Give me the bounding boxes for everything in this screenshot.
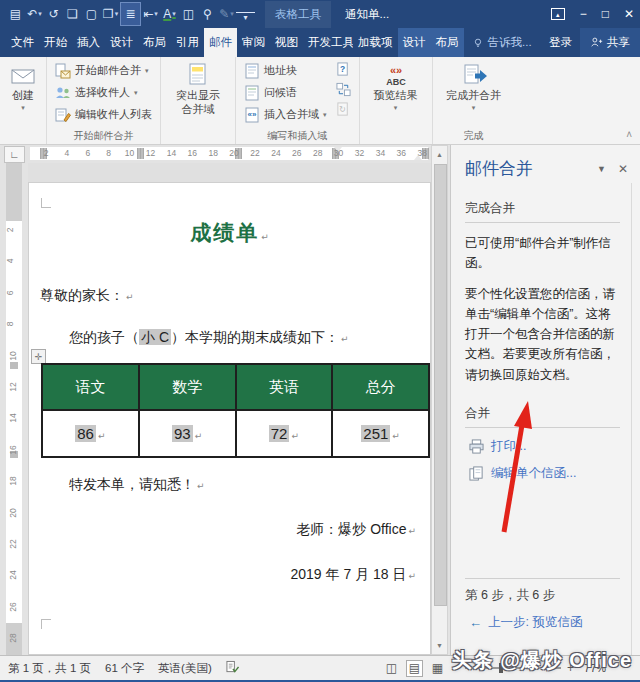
pane-close-icon[interactable]: ✕: [618, 162, 628, 176]
print-link[interactable]: 打印...: [469, 438, 620, 455]
table-move-handle[interactable]: ✛: [31, 349, 46, 364]
redo-icon[interactable]: ↺: [44, 3, 63, 25]
word-count[interactable]: 61 个字: [105, 661, 144, 676]
tab-review[interactable]: 审阅: [237, 28, 270, 57]
ribbon-display-options-icon[interactable]: ▴: [551, 8, 565, 20]
document-scrollbar[interactable]: ▲ ▼: [431, 145, 448, 655]
address-block-icon: [244, 63, 260, 79]
side-by-side-icon[interactable]: ◫: [179, 3, 198, 25]
context-tool-label: 表格工具: [265, 1, 331, 28]
pane-paragraph: 要个性化设置您的信函，请单击“编辑单个信函”。这将打开一个包含合并信函的新文档。…: [465, 284, 620, 385]
finish-merge-button[interactable]: 完成并合并 ▾: [439, 60, 509, 116]
tab-insert[interactable]: 插入: [72, 28, 105, 57]
insert-merge-field-button[interactable]: «» 插入合并域▾: [242, 104, 329, 125]
tab-file[interactable]: 文件: [6, 28, 39, 57]
tab-mailings[interactable]: 邮件: [204, 28, 237, 57]
greeting-line-button[interactable]: 问候语: [242, 82, 329, 103]
draft-view-icon[interactable]: ≣: [120, 2, 141, 26]
ruler-number: 4: [5, 259, 15, 264]
language-indicator[interactable]: 英语(美国): [158, 661, 212, 676]
table-row-marker[interactable]: [10, 362, 18, 369]
merge-field-name: 小 C: [139, 329, 171, 345]
qat-more-icon[interactable]: ▾: [236, 12, 255, 23]
select-recipients-button[interactable]: 选择收件人▾: [53, 82, 154, 103]
tab-developer[interactable]: 开发工具: [303, 28, 353, 57]
tab-layout[interactable]: 布局: [138, 28, 171, 57]
ribbon-group-write-insert: 地址块 问候语 «» 插入合并域▾: [236, 57, 360, 144]
edit-recipient-list-button[interactable]: 编辑收件人列表: [53, 104, 154, 125]
recipients-icon: [55, 85, 71, 101]
page-indicator[interactable]: 第 1 页，共 1 页: [8, 661, 91, 676]
save-icon[interactable]: ▤: [6, 3, 25, 25]
scroll-up-icon[interactable]: ▲: [432, 147, 447, 162]
ruler-number: 14: [8, 414, 18, 423]
tab-selector[interactable]: ∟: [4, 146, 25, 163]
left-arrow-icon: ←: [469, 615, 482, 630]
edit-individual-letters-link[interactable]: 编辑单个信函...: [469, 465, 620, 482]
tab-home[interactable]: 开始: [39, 28, 72, 57]
ink-pen-icon[interactable]: ✎▾: [217, 3, 236, 25]
value-cell[interactable]: 93↵: [139, 410, 236, 457]
value-cell[interactable]: 72↵: [236, 410, 333, 457]
print-preview-icon[interactable]: ❏: [63, 3, 82, 25]
document-page[interactable]: 成绩单↵ 尊敬的家长：↵ 您的孩子（小 C）本学期的期末成绩如下：↵ ✛ 语文 …: [28, 182, 431, 655]
header-cell[interactable]: 总分: [332, 364, 429, 410]
address-block-button[interactable]: 地址块: [242, 60, 329, 81]
doc-salutation: 尊敬的家长：↵: [40, 287, 134, 305]
highlight-merge-fields-button[interactable]: 突出显示合并域: [167, 60, 229, 120]
doc-heading: 成绩单↵: [29, 219, 430, 247]
minimize-button[interactable]: −: [580, 7, 587, 21]
maximize-button[interactable]: □: [602, 7, 609, 21]
header-cell[interactable]: 英语: [236, 364, 333, 410]
paste-icon[interactable]: ❐▾: [101, 3, 120, 25]
tab-addins[interactable]: 加载项: [353, 28, 398, 57]
collapse-ribbon-icon[interactable]: ˄: [626, 129, 632, 140]
sign-in-button[interactable]: 登录: [541, 28, 580, 57]
ruler-number: 34: [376, 148, 385, 158]
table-column-marker[interactable]: [137, 148, 144, 159]
print-layout-icon[interactable]: ▤: [406, 660, 423, 677]
font-color-icon[interactable]: A▾: [160, 3, 179, 25]
header-cell[interactable]: 语文: [42, 364, 139, 410]
tab-table-layout[interactable]: 布局: [431, 28, 464, 57]
scroll-down-icon[interactable]: ▼: [432, 638, 447, 653]
create-button[interactable]: 创建 ▾: [6, 60, 40, 116]
new-document-icon[interactable]: ▢: [82, 3, 101, 25]
ruler-number: 22: [250, 148, 259, 158]
ribbon-tab-bar: 文件 开始 插入 设计 布局 引用 邮件 审阅 视图 开发工具 加载项 设计 布…: [0, 28, 640, 57]
pilcrow-mark: ↵: [261, 232, 269, 242]
tell-me-box[interactable]: 告诉我...: [472, 28, 532, 57]
header-cell[interactable]: 数学: [139, 364, 236, 410]
rules-button[interactable]: ?: [335, 61, 353, 78]
web-layout-icon[interactable]: ▦: [429, 660, 446, 677]
search-icon[interactable]: ⚲: [198, 3, 217, 25]
ruler-number: 26: [8, 602, 18, 611]
tab-view[interactable]: 视图: [270, 28, 303, 57]
share-button[interactable]: 共享: [580, 28, 640, 57]
value-cell[interactable]: 251↵: [332, 410, 429, 457]
document-canvas: 成绩单↵ 尊敬的家长：↵ 您的孩子（小 C）本学期的期末成绩如下：↵ ✛ 语文 …: [28, 163, 431, 655]
scrollbar-thumb[interactable]: [434, 164, 447, 606]
dropdown-caret-icon: ▾: [172, 10, 176, 18]
match-fields-button[interactable]: [335, 81, 353, 98]
tab-references[interactable]: 引用: [171, 28, 204, 57]
tab-table-design[interactable]: 设计: [398, 28, 431, 57]
insert-field-icon[interactable]: ⇤▾: [141, 3, 160, 25]
pane-menu-icon[interactable]: ▼: [597, 164, 606, 174]
doc-closing-line: 特发本单，请知悉！↵: [69, 476, 205, 494]
margin-crop-mark: [41, 198, 51, 208]
start-mail-merge-button[interactable]: 开始邮件合并▾: [53, 60, 154, 81]
close-button[interactable]: ✕: [624, 7, 634, 21]
value-cell[interactable]: 86↵: [42, 410, 139, 457]
mail-merge-pane: 邮件合并 ▼ ✕ 完成合并 已可使用“邮件合并”制作信函。 要个性化设置您的信函…: [450, 145, 640, 655]
read-mode-icon[interactable]: ◫: [383, 660, 400, 677]
tab-design[interactable]: 设计: [105, 28, 138, 57]
proofing-status-icon[interactable]: [226, 660, 239, 676]
preview-results-icon: «»ABC: [383, 63, 409, 89]
update-labels-button[interactable]: ↻: [335, 101, 353, 118]
previous-step-link[interactable]: ← 上一步: 预览信函: [469, 614, 620, 631]
undo-icon[interactable]: ↶▾: [25, 3, 44, 25]
ruler-number: 24: [8, 571, 18, 580]
ruler-number: 24: [271, 148, 280, 158]
preview-results-button[interactable]: «»ABC 预览结果 ▾: [366, 60, 426, 116]
